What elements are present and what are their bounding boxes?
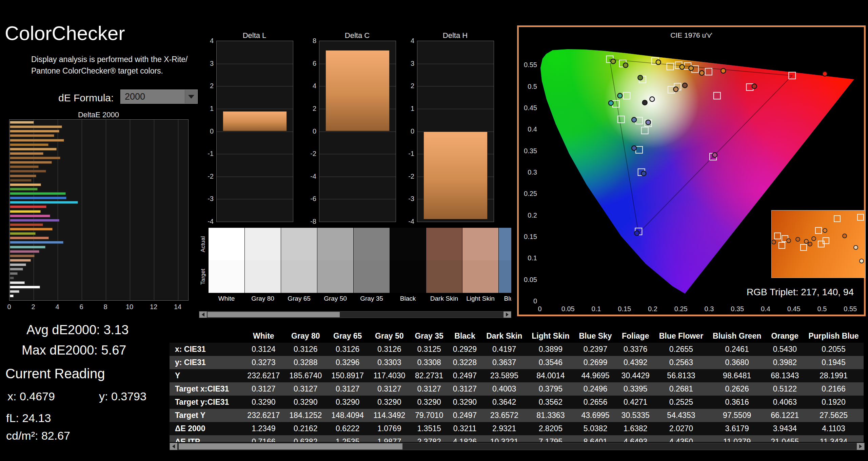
delta_h-bar [423,132,488,220]
table-cell: 0.3637 [481,356,527,369]
deltae-bar [10,183,41,186]
table-cell: 30.5335 [617,409,654,422]
results-table: WhiteGray 80Gray 65Gray 50Gray 35BlackDa… [170,329,864,442]
scroll-right-button[interactable] [857,443,864,450]
column-header: White [242,329,284,343]
inset-measured-marker [795,237,800,242]
table-cell: 0.3616 [708,396,766,409]
table-cell: 27.5625 [804,409,863,422]
deltae-bar [10,130,59,133]
table-cell: 66.1221 [766,409,804,422]
scroll-left-button[interactable] [199,312,207,318]
table-cell: 0.3127 [448,382,481,396]
deltae-bar [10,121,34,124]
table-cell: 97.5509 [708,409,766,422]
cie-x-tick-label: 0.1 [592,305,601,313]
table-cell: 4.6493 [617,435,654,442]
deltae-x-tick-label: 6 [75,303,88,311]
table-cell: 0.5430 [766,343,804,356]
measured-marker [632,146,636,151]
inset-measured-marker [853,245,858,250]
delta-gridline [319,132,396,132]
table-cell: 2.3782 [410,435,448,442]
table-cell: 11.0379 [708,435,766,442]
table-cell: 0.2655 [654,343,708,356]
delta-y-tick-label: -8 [301,217,316,225]
deltae-bar [10,161,52,164]
deltae-bar [10,148,57,151]
table-cell: 68.1343 [766,369,804,382]
arrow-left-icon [202,313,204,317]
swatch-actual-color [499,228,511,260]
table-cell: 0.6222 [327,422,369,435]
delta-gridline [217,86,293,86]
swatch-label: Light Skin [462,295,498,302]
swatch-actual-color [354,228,390,260]
table-cell: 0.3211 [448,422,481,435]
table-cell: 0.3376 [617,343,654,356]
deltae-bar [10,179,32,182]
table-scrollbar[interactable] [170,443,865,450]
table-cell: 0.3290 [242,396,284,409]
actual-row-label: Actual [200,228,208,260]
scroll-left-button[interactable] [170,443,177,450]
current-x: x: 0.4679 [7,390,55,403]
table-cell: 0.3795 [527,382,574,396]
scroll-right-button[interactable] [504,312,511,318]
delta-c-chart [319,41,396,222]
table-cell: 0.4197 [481,343,527,356]
measured-marker [646,120,651,125]
column-header: Gray 80 [284,329,327,343]
measured-marker [650,97,654,102]
swatch-label: Gray 50 [317,295,353,302]
delta-gridline [217,177,293,177]
swatch-target-color [390,260,426,293]
delta-l-title: Delta L [216,31,293,40]
table-cell: 117.4030 [369,369,410,382]
deltae-bar [10,223,43,226]
swatch-scrollbar[interactable] [199,311,511,318]
swatch-scrollbar-thumb[interactable] [208,312,340,317]
cie-x-tick-label: 0.25 [674,305,688,313]
swatch-actual-color [390,228,426,260]
cie-x-tick-label: 0.15 [618,305,631,313]
delta-y-tick-label: -3 [199,195,214,203]
table-cell: 0.3124 [242,343,284,356]
measured-marker [752,84,757,89]
table-scrollbar-thumb[interactable] [179,443,402,449]
swatch-gray-65: Gray 65 [281,228,317,305]
table-cell: 1.2349 [242,422,284,435]
table-cell: 4.4350 [654,435,708,442]
table-cell: 2.0270 [654,422,708,435]
de-formula-select[interactable]: 2000 [120,89,198,104]
deltae-x-tick-label: 0 [2,303,16,311]
chevron-down-icon [188,95,194,99]
cie-y-tick-label: 0 [533,297,537,305]
cie-title: CIE 1976 u'v' [519,31,864,39]
swatch-actual-color [317,228,353,260]
dropdown-arrow-icon[interactable] [185,90,197,103]
delta-gridline [319,199,396,199]
deltae-gridline [58,120,58,300]
table-cell: 43.6995 [574,409,616,422]
table-cell: 1.3515 [410,422,448,435]
measured-marker [699,71,704,75]
delta-y-tick-label: 8 [301,37,316,45]
column-header: Purplish Blue [804,329,863,343]
table-cell: 0.3290 [448,396,481,409]
inset-target-marker [818,241,825,247]
delta-gridline [217,132,293,132]
cie-y-tick-label: 0.15 [524,233,537,240]
deltae-x-tick-label: 4 [51,303,64,311]
table-cell: 0.2166 [804,382,863,396]
table-cell: 0.1920 [804,396,863,409]
row-label: ΔE 2000 [170,422,242,435]
column-header: Blue Sky [574,329,616,343]
table-row: Target y:CIE310.32900.32900.32900.32900.… [170,396,864,409]
table-cell: 82.2731 [410,369,448,382]
deltae-bar [10,188,38,191]
swatch-target-color [317,260,353,293]
swatch-gray-80: Gray 80 [245,228,281,305]
row-label: Target x:CIE31 [170,382,242,396]
swatch-label: Black [390,295,426,302]
